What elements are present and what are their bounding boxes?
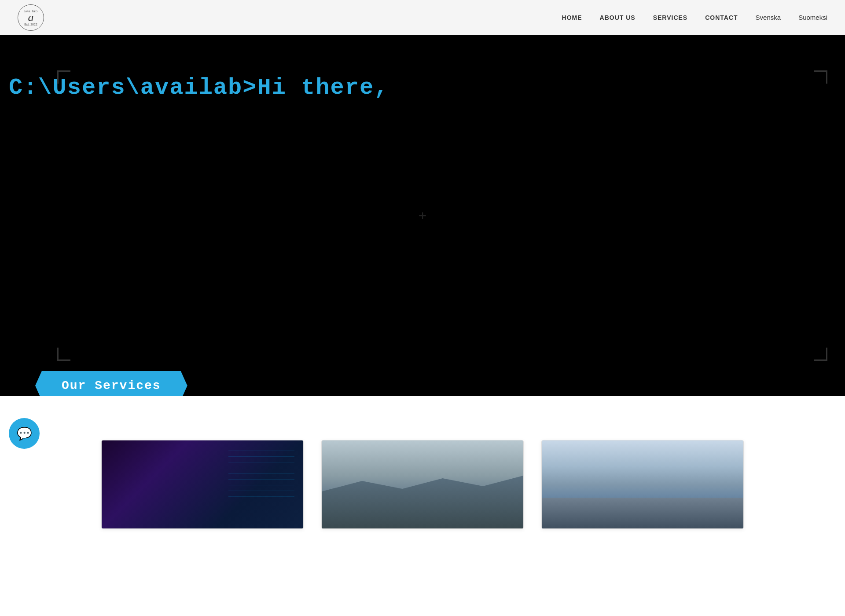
nav-svenska[interactable]: Svenska — [756, 14, 781, 21]
card-image-1 — [102, 440, 303, 528]
banner-label: Our Services — [62, 379, 161, 392]
service-cards — [35, 440, 810, 529]
nav-suomeksi[interactable]: Suomeksi — [798, 14, 827, 21]
services-section: 💬 — [0, 396, 845, 616]
chat-bubble[interactable]: 💬 — [9, 418, 40, 449]
site-header: availab a Est. 2022 HOME ABOUT US SERVIC… — [0, 0, 845, 35]
corner-top-right — [814, 70, 827, 84]
corner-bottom-left — [57, 348, 70, 361]
nav-services[interactable]: SERVICES — [653, 14, 688, 21]
crosshair: + — [419, 208, 427, 224]
logo[interactable]: availab a Est. 2022 — [18, 4, 44, 31]
nav-home[interactable]: HOME — [562, 14, 582, 21]
logo-top-text: availab — [24, 9, 38, 13]
service-card-2[interactable] — [321, 440, 524, 529]
corner-bottom-right — [814, 348, 827, 361]
hero-section: C:\Users\availab>Hi there, + Our Service… — [0, 35, 845, 396]
corner-top-left — [57, 70, 70, 84]
service-card-3[interactable] — [541, 440, 744, 529]
nav-about[interactable]: ABOUT US — [600, 14, 636, 21]
services-banner: Our Services — [35, 371, 187, 396]
card-image-3 — [542, 440, 743, 528]
logo-bottom-text: Est. 2022 — [24, 23, 37, 26]
service-card-1[interactable] — [101, 440, 304, 529]
chat-icon: 💬 — [17, 426, 32, 441]
banner-wrapper: Our Services — [35, 371, 187, 396]
main-nav: HOME ABOUT US SERVICES CONTACT Svenska S… — [562, 14, 827, 21]
nav-contact[interactable]: CONTACT — [705, 14, 738, 21]
card-image-2 — [322, 440, 523, 528]
logo-circle: availab a Est. 2022 — [18, 4, 44, 31]
